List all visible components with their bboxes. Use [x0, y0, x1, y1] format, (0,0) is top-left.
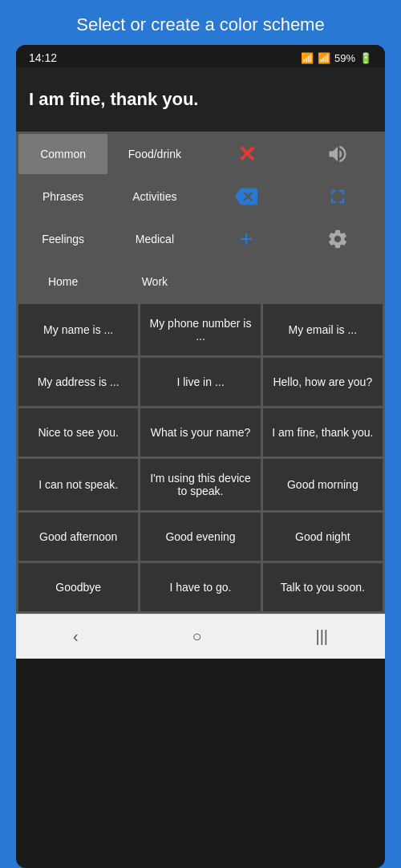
- category-work[interactable]: Work: [110, 262, 199, 302]
- battery-level: 59%: [334, 52, 355, 64]
- battery-icon: 🔋: [359, 52, 372, 64]
- status-bar: 14:12 📶 📶 59% 🔋: [16, 45, 385, 67]
- phone-shell: 14:12 📶 📶 59% 🔋 I am fine, thank you. Co…: [16, 45, 385, 868]
- phrase-my-name[interactable]: My name is ...: [18, 304, 138, 355]
- home-button[interactable]: ○: [168, 624, 225, 649]
- wifi-icon: 📶: [301, 52, 314, 64]
- settings-icon-cell[interactable]: [294, 219, 383, 259]
- back-button[interactable]: ‹: [49, 624, 103, 649]
- recents-button[interactable]: |||: [291, 624, 352, 649]
- empty-cell-1: [202, 262, 291, 302]
- phrase-my-email[interactable]: My email is ...: [263, 304, 383, 355]
- phrase-i-am-fine[interactable]: I am fine, thank you.: [263, 408, 383, 456]
- header-title: Select or create a color scheme: [76, 14, 324, 34]
- status-time: 14:12: [29, 51, 57, 64]
- close-icon-cell[interactable]: ✕: [202, 134, 291, 174]
- add-icon: +: [239, 225, 253, 253]
- phrase-grid: My name is ... My phone number is ... My…: [16, 304, 385, 614]
- text-display: I am fine, thank you.: [16, 67, 385, 132]
- signal-icon: 📶: [318, 52, 330, 64]
- phrase-good-morning[interactable]: Good morning: [263, 459, 383, 510]
- phrase-goodbye[interactable]: Goodbye: [18, 563, 138, 611]
- category-home[interactable]: Home: [18, 262, 107, 302]
- close-icon: ✕: [237, 141, 256, 168]
- category-common[interactable]: Common: [18, 134, 107, 174]
- category-activities[interactable]: Activities: [110, 176, 199, 217]
- text-display-content: I am fine, thank you.: [29, 89, 198, 110]
- phrase-good-afternoon[interactable]: Good afternoon: [18, 513, 138, 561]
- phrase-my-phone[interactable]: My phone number is ...: [140, 304, 260, 355]
- backspace-icon: [235, 185, 257, 208]
- phrase-what-is-your-name[interactable]: What is your name?: [140, 408, 260, 456]
- phrase-good-night[interactable]: Good night: [263, 513, 383, 561]
- add-icon-cell[interactable]: +: [202, 219, 291, 259]
- header: Select or create a color scheme: [0, 0, 401, 45]
- expand-icon-cell[interactable]: [294, 176, 383, 217]
- bottom-nav: ‹ ○ |||: [16, 614, 385, 659]
- phrase-i-have-to-go[interactable]: I have to go.: [140, 563, 260, 611]
- category-food-drink[interactable]: Food/drink: [110, 134, 199, 174]
- phrase-talk-to-you-soon[interactable]: Talk to you soon.: [263, 563, 383, 611]
- backspace-icon-cell[interactable]: [202, 176, 291, 217]
- phrase-nice-to-see[interactable]: Nice to see you.: [18, 408, 138, 456]
- phrase-good-evening[interactable]: Good evening: [140, 513, 260, 561]
- phrase-hello-how[interactable]: Hello, how are you?: [263, 358, 383, 406]
- phrase-i-live-in[interactable]: I live in ...: [140, 358, 260, 406]
- volume-icon: [326, 143, 349, 165]
- phrase-i-can-not-speak[interactable]: I can not speak.: [18, 459, 138, 510]
- empty-cell-2: [294, 262, 383, 302]
- expand-icon: [326, 185, 349, 208]
- phrase-im-using-device[interactable]: I'm using this device to speak.: [140, 459, 260, 510]
- category-grid: Common Food/drink ✕ Phrases Activities: [16, 132, 385, 304]
- volume-icon-cell[interactable]: [294, 134, 383, 174]
- category-feelings[interactable]: Feelings: [18, 219, 107, 259]
- category-phrases[interactable]: Phrases: [18, 176, 107, 217]
- phrase-my-address[interactable]: My address is ...: [18, 358, 138, 406]
- status-icons: 📶 📶 59% 🔋: [301, 52, 372, 64]
- settings-icon: [326, 228, 349, 250]
- category-medical[interactable]: Medical: [110, 219, 199, 259]
